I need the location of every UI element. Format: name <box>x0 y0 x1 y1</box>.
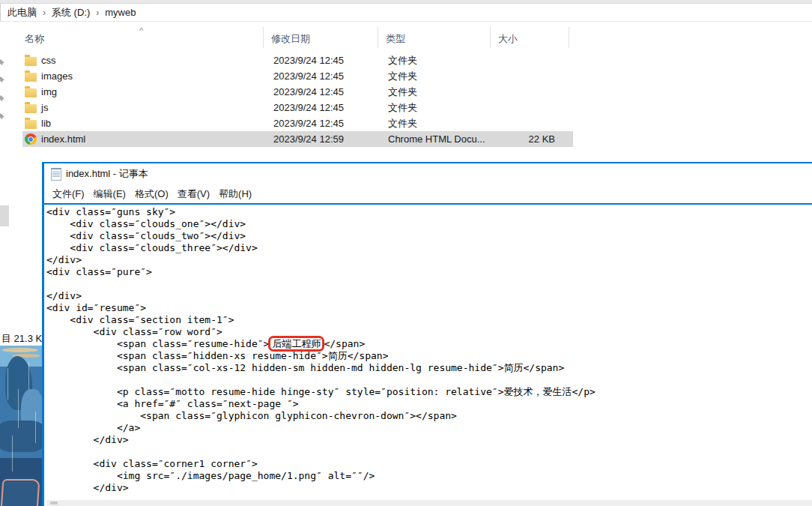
code-line: </div> <box>46 290 812 302</box>
menu-item[interactable]: 帮助(H) <box>219 187 252 201</box>
file-row-index.html[interactable]: index.html2023/9/24 12:59Chrome HTML Doc… <box>22 131 573 147</box>
code-line: <span class=″col-xs-12 hidden-sm hidden-… <box>46 362 812 374</box>
file-type: 文件夹 <box>381 117 493 130</box>
code-line <box>46 374 812 386</box>
pin-icon <box>0 76 5 86</box>
menu-item[interactable]: 查看(V) <box>178 187 210 201</box>
file-date: 2023/9/24 12:59 <box>266 133 381 145</box>
menu-item[interactable]: 格式(O) <box>135 187 169 201</box>
cut-off-status-text: 目 21.3 K <box>1 332 42 346</box>
file-name: index.html <box>41 133 266 145</box>
annotation-red-box: 后端工程师 <box>270 338 322 349</box>
file-list: css2023/9/24 12:45文件夹images2023/9/24 12:… <box>0 52 812 147</box>
file-date: 2023/9/24 12:45 <box>266 55 381 66</box>
code-line: <a href=″#″ class=″next-page ″> <box>46 398 812 410</box>
file-date: 2023/9/24 12:45 <box>266 118 381 129</box>
breadcrumb-item-2[interactable]: 系统 (D:) <box>52 6 90 19</box>
breadcrumb-separator: › <box>43 7 46 18</box>
file-date: 2023/9/24 12:45 <box>266 70 381 82</box>
code-line: <span class=″resume-hide″>后端工程师</span> <box>46 338 812 350</box>
column-header-type[interactable]: 类型 <box>378 27 491 48</box>
code-line <box>46 446 812 458</box>
breadcrumb-item-1[interactable]: 此电脑 <box>7 6 37 19</box>
file-type: 文件夹 <box>381 101 493 115</box>
file-explorer-window: 此电脑›系统 (D:)›myweb ^ 名称修改日期类型大小 css2023/9… <box>0 0 812 162</box>
pin-icon <box>0 58 5 69</box>
menu-item[interactable]: 文件(F) <box>52 187 85 201</box>
file-name: js <box>41 102 266 113</box>
notepad-icon <box>51 168 61 181</box>
file-name: images <box>41 70 266 82</box>
pin-icon <box>0 94 5 105</box>
folder-icon <box>25 120 37 129</box>
code-line-pre: <span class=″resume-hide″> <box>46 338 269 349</box>
file-type: 文件夹 <box>381 54 493 67</box>
file-name: img <box>41 86 266 97</box>
file-row-images[interactable]: images2023/9/24 12:45文件夹 <box>22 68 573 84</box>
breadcrumb-separator: › <box>96 7 99 18</box>
file-row-img[interactable]: img2023/9/24 12:45文件夹 <box>22 84 573 100</box>
file-type: 文件夹 <box>381 70 493 83</box>
file-type: 文件夹 <box>381 85 493 99</box>
file-row-lib[interactable]: lib2023/9/24 12:45文件夹 <box>22 115 573 131</box>
code-line: <div class=″clouds_three″></div> <box>46 242 812 254</box>
column-headers: ^ 名称修改日期类型大小 <box>22 27 569 48</box>
code-line: <div class=″guns sky″> <box>46 206 812 218</box>
code-line: <span class=″glyphicon glyphicon-chevron… <box>46 410 812 422</box>
code-line: <img src=″./images/page_home/1.png″ alt=… <box>46 470 812 482</box>
pin-icon <box>0 112 5 123</box>
scrollbar-thumb[interactable] <box>50 502 58 505</box>
notepad-menubar: 文件(F)编辑(E)格式(O)查看(V)帮助(H) <box>44 184 812 203</box>
folder-icon <box>25 73 37 82</box>
horizontal-scrollbar[interactable] <box>46 500 812 506</box>
file-name: css <box>41 55 266 66</box>
file-name: lib <box>41 118 266 129</box>
file-row-js[interactable]: js2023/9/24 12:45文件夹 <box>22 100 573 115</box>
breadcrumb-item-3[interactable]: myweb <box>105 7 136 18</box>
code-line: <span class=″hidden-xs resume-hide″>简历</… <box>46 350 812 362</box>
file-date: 2023/9/24 12:45 <box>266 102 381 113</box>
notepad-window: index.html - 记事本 文件(F)编辑(E)格式(O)查看(V)帮助(… <box>42 162 812 506</box>
folder-icon <box>25 57 37 66</box>
code-line: </a> <box>46 422 812 434</box>
code-line: </div> <box>46 254 812 266</box>
code-line: </div> <box>46 434 812 446</box>
code-line: <div id=″resume″> <box>46 302 812 314</box>
wallpaper-painting <box>0 346 42 506</box>
file-date: 2023/9/24 12:45 <box>266 86 381 97</box>
code-line: </div> <box>46 482 812 494</box>
column-header-date[interactable]: 修改日期 <box>264 27 378 48</box>
code-line: <div class=″row word″> <box>46 326 812 338</box>
sort-ascending-icon[interactable]: ^ <box>139 26 143 35</box>
code-line: <div class=″section item-1″> <box>46 314 812 326</box>
chrome-icon <box>25 133 37 145</box>
code-line: <div class=″corner1 corner″> <box>46 458 812 470</box>
folder-icon <box>25 88 37 97</box>
code-line: <div class=″clouds_one″></div> <box>46 218 812 230</box>
file-size: 22 KB <box>493 133 555 145</box>
menu-item[interactable]: 编辑(E) <box>94 187 126 201</box>
file-type: Chrome HTML Docu... <box>381 133 493 145</box>
code-line: <div class=″pure″> <box>46 266 812 278</box>
code-area[interactable]: <div class=″guns sky″> <div class=″cloud… <box>46 205 812 500</box>
code-line: <div class=″clouds_two″></div> <box>46 230 812 242</box>
notepad-titlebar[interactable]: index.html - 记事本 <box>44 163 812 184</box>
breadcrumb[interactable]: 此电脑›系统 (D:)›myweb <box>0 4 812 22</box>
background-window-fragment <box>0 205 9 226</box>
code-line <box>46 278 812 290</box>
column-header-size[interactable]: 大小 <box>491 27 569 48</box>
notepad-title: index.html - 记事本 <box>66 167 148 181</box>
code-line: <p class=″motto resume-hide hinge-sty″ s… <box>46 386 812 398</box>
code-line-post: </span> <box>324 338 365 349</box>
file-row-css[interactable]: css2023/9/24 12:45文件夹 <box>22 52 573 68</box>
folder-icon <box>25 104 37 113</box>
